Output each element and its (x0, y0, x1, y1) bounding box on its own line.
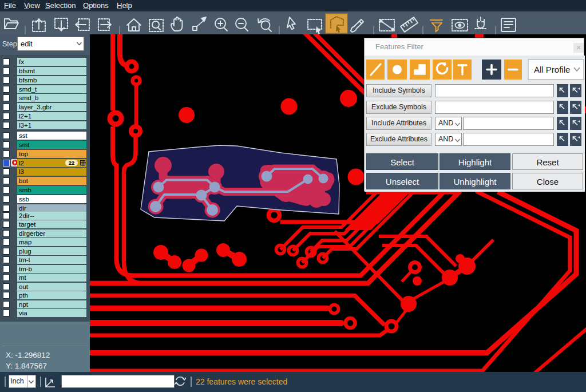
svg-text:All Profile: All Profile (534, 65, 570, 74)
